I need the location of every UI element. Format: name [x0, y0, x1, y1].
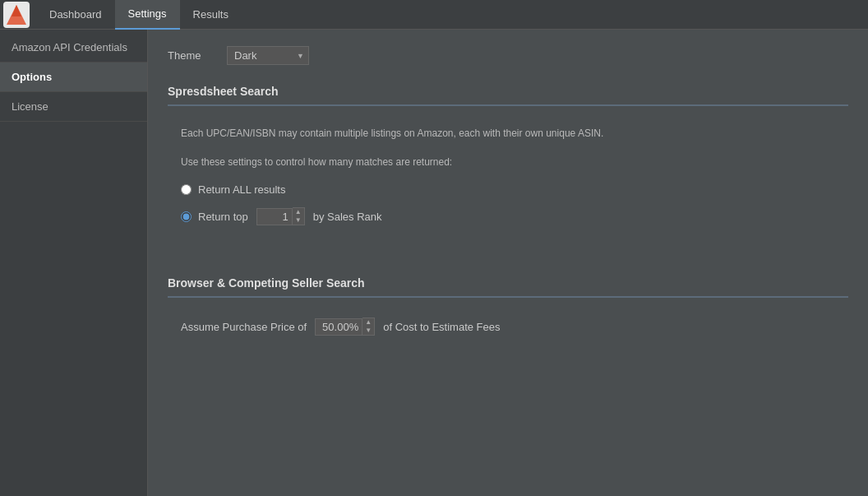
theme-select-wrapper: Dark Light: [227, 46, 309, 65]
return-top-spinners: ▲ ▼: [293, 207, 305, 225]
spreadsheet-desc-line1: Each UPC/EAN/ISBN may contain multiple l…: [181, 126, 835, 141]
return-top-option: Return top ▲ ▼ by Sales Rank: [181, 207, 835, 225]
return-top-decrement[interactable]: ▼: [293, 216, 304, 225]
browser-section: Browser & Competing Seller Search Assume…: [168, 276, 848, 349]
assume-percent-spinners: ▲ ▼: [362, 318, 375, 336]
sidebar-item-options[interactable]: Options: [0, 63, 147, 92]
sidebar-item-license[interactable]: License: [0, 92, 147, 122]
tab-dashboard[interactable]: Dashboard: [36, 0, 115, 30]
tab-results[interactable]: Results: [180, 0, 242, 30]
tab-settings[interactable]: Settings: [115, 0, 180, 30]
theme-row: Theme Dark Light: [168, 46, 848, 65]
return-all-label: Return ALL results: [198, 183, 285, 196]
assume-percent-wrapper: ▲ ▼: [315, 318, 375, 336]
spreadsheet-desc-line2: Use these settings to control how many m…: [181, 155, 835, 170]
assume-percent-input[interactable]: [315, 318, 362, 336]
sidebar-item-amazon-api[interactable]: Amazon API Credentials: [0, 33, 147, 63]
assume-percent-decrement[interactable]: ▼: [362, 327, 374, 335]
return-all-radio[interactable]: [181, 184, 192, 195]
content-area: Theme Dark Light Spresdsheet Search Each…: [148, 30, 868, 496]
sidebar: Amazon API Credentials Options License: [0, 30, 148, 496]
return-top-suffix: by Sales Rank: [313, 211, 382, 223]
spreadsheet-section: Spresdsheet Search Each UPC/EAN/ISBN may…: [168, 85, 848, 250]
assume-suffix: of Cost to Estimate Fees: [383, 321, 500, 333]
return-top-increment[interactable]: ▲: [293, 208, 304, 216]
spreadsheet-section-title: Spresdsheet Search: [168, 85, 848, 106]
assume-percent-increment[interactable]: ▲: [362, 318, 374, 327]
return-top-label: Return top: [198, 211, 248, 223]
assume-prefix: Assume Purchase Price of: [181, 321, 307, 333]
return-top-input[interactable]: [256, 208, 293, 225]
top-nav: Dashboard Settings Results: [0, 0, 868, 30]
return-top-radio[interactable]: [181, 211, 192, 222]
return-top-input-wrapper: ▲ ▼: [256, 207, 305, 225]
assume-price-row: Assume Purchase Price of ▲ ▼ of Cost to …: [181, 318, 835, 336]
theme-label: Theme: [168, 49, 217, 62]
browser-section-title: Browser & Competing Seller Search: [168, 276, 848, 298]
browser-section-body: Assume Purchase Price of ▲ ▼ of Cost to …: [168, 311, 848, 349]
app-logo: [3, 2, 30, 28]
spreadsheet-section-body: Each UPC/EAN/ISBN may contain multiple l…: [168, 119, 848, 250]
return-all-option: Return ALL results: [181, 183, 835, 196]
theme-select[interactable]: Dark Light: [227, 46, 309, 65]
return-top-inline: Return top ▲ ▼ by Sales Rank: [198, 207, 382, 225]
main-layout: Amazon API Credentials Options License T…: [0, 30, 868, 496]
